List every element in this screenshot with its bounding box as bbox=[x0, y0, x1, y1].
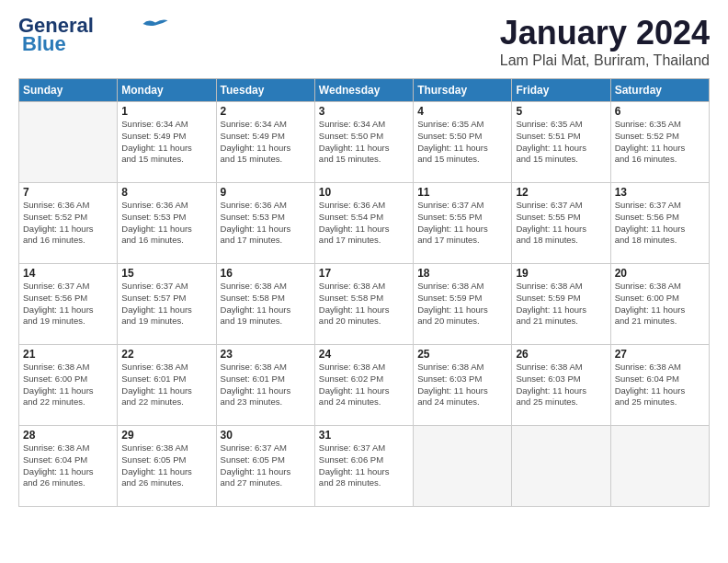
calendar-week-row: 21Sunrise: 6:38 AM Sunset: 6:00 PM Dayli… bbox=[19, 345, 710, 426]
logo-bird-icon bbox=[142, 16, 169, 32]
day-info: Sunrise: 6:38 AM Sunset: 6:05 PM Dayligh… bbox=[121, 442, 211, 489]
table-row bbox=[19, 102, 118, 183]
col-friday: Friday bbox=[512, 79, 610, 102]
table-row: 8Sunrise: 6:36 AM Sunset: 5:53 PM Daylig… bbox=[118, 183, 216, 264]
day-info: Sunrise: 6:38 AM Sunset: 6:02 PM Dayligh… bbox=[319, 362, 409, 408]
table-row: 12Sunrise: 6:37 AM Sunset: 5:55 PM Dayli… bbox=[512, 183, 610, 264]
day-info: Sunrise: 6:38 AM Sunset: 6:01 PM Dayligh… bbox=[121, 362, 211, 408]
table-row bbox=[512, 426, 610, 507]
day-number: 23 bbox=[221, 348, 311, 361]
day-number: 4 bbox=[417, 105, 507, 118]
day-number: 22 bbox=[121, 348, 211, 361]
col-monday: Monday bbox=[118, 79, 216, 102]
table-row: 27Sunrise: 6:38 AM Sunset: 6:04 PM Dayli… bbox=[610, 345, 709, 426]
day-info: Sunrise: 6:37 AM Sunset: 5:55 PM Dayligh… bbox=[417, 200, 507, 247]
day-info: Sunrise: 6:37 AM Sunset: 6:06 PM Dayligh… bbox=[319, 442, 409, 489]
day-number: 17 bbox=[319, 267, 409, 280]
table-row bbox=[414, 426, 512, 507]
logo: General Blue bbox=[18, 14, 169, 56]
day-info: Sunrise: 6:37 AM Sunset: 6:05 PM Dayligh… bbox=[221, 442, 311, 489]
calendar: Sunday Monday Tuesday Wednesday Thursday… bbox=[18, 78, 710, 507]
table-row: 3Sunrise: 6:34 AM Sunset: 5:50 PM Daylig… bbox=[314, 102, 413, 183]
day-info: Sunrise: 6:34 AM Sunset: 5:49 PM Dayligh… bbox=[121, 119, 211, 166]
calendar-week-row: 28Sunrise: 6:38 AM Sunset: 6:04 PM Dayli… bbox=[19, 426, 710, 507]
table-row: 10Sunrise: 6:36 AM Sunset: 5:54 PM Dayli… bbox=[314, 183, 413, 264]
table-row: 16Sunrise: 6:38 AM Sunset: 5:58 PM Dayli… bbox=[216, 264, 314, 345]
day-number: 11 bbox=[417, 186, 507, 199]
col-thursday: Thursday bbox=[414, 79, 512, 102]
day-info: Sunrise: 6:38 AM Sunset: 5:58 PM Dayligh… bbox=[221, 281, 311, 327]
table-row: 21Sunrise: 6:38 AM Sunset: 6:00 PM Dayli… bbox=[19, 345, 118, 426]
table-row: 19Sunrise: 6:38 AM Sunset: 5:59 PM Dayli… bbox=[512, 264, 610, 345]
table-row: 5Sunrise: 6:35 AM Sunset: 5:51 PM Daylig… bbox=[512, 102, 610, 183]
day-number: 18 bbox=[417, 267, 507, 280]
header: General Blue January 2024 Lam Plai Mat, … bbox=[18, 14, 710, 69]
day-info: Sunrise: 6:34 AM Sunset: 5:49 PM Dayligh… bbox=[221, 119, 311, 166]
day-number: 28 bbox=[23, 429, 113, 442]
day-number: 16 bbox=[221, 267, 311, 280]
day-number: 30 bbox=[221, 429, 311, 442]
day-info: Sunrise: 6:38 AM Sunset: 6:00 PM Dayligh… bbox=[615, 281, 705, 327]
day-number: 27 bbox=[615, 348, 705, 361]
day-info: Sunrise: 6:36 AM Sunset: 5:53 PM Dayligh… bbox=[121, 200, 211, 247]
day-number: 12 bbox=[516, 186, 606, 199]
day-info: Sunrise: 6:35 AM Sunset: 5:50 PM Dayligh… bbox=[417, 119, 507, 166]
day-info: Sunrise: 6:36 AM Sunset: 5:54 PM Dayligh… bbox=[319, 200, 409, 247]
day-number: 1 bbox=[121, 105, 211, 118]
day-number: 24 bbox=[319, 348, 409, 361]
day-info: Sunrise: 6:38 AM Sunset: 6:01 PM Dayligh… bbox=[221, 362, 311, 408]
table-row: 14Sunrise: 6:37 AM Sunset: 5:56 PM Dayli… bbox=[19, 264, 118, 345]
table-row: 22Sunrise: 6:38 AM Sunset: 6:01 PM Dayli… bbox=[118, 345, 216, 426]
table-row: 31Sunrise: 6:37 AM Sunset: 6:06 PM Dayli… bbox=[314, 426, 413, 507]
table-row: 26Sunrise: 6:38 AM Sunset: 6:03 PM Dayli… bbox=[512, 345, 610, 426]
day-number: 10 bbox=[319, 186, 409, 199]
day-info: Sunrise: 6:38 AM Sunset: 6:00 PM Dayligh… bbox=[23, 362, 113, 408]
day-info: Sunrise: 6:38 AM Sunset: 6:03 PM Dayligh… bbox=[417, 362, 507, 408]
table-row: 15Sunrise: 6:37 AM Sunset: 5:57 PM Dayli… bbox=[118, 264, 216, 345]
table-row: 4Sunrise: 6:35 AM Sunset: 5:50 PM Daylig… bbox=[414, 102, 512, 183]
table-row: 20Sunrise: 6:38 AM Sunset: 6:00 PM Dayli… bbox=[610, 264, 709, 345]
day-number: 26 bbox=[516, 348, 606, 361]
calendar-week-row: 1Sunrise: 6:34 AM Sunset: 5:49 PM Daylig… bbox=[19, 102, 710, 183]
day-info: Sunrise: 6:36 AM Sunset: 5:53 PM Dayligh… bbox=[221, 200, 311, 247]
day-number: 21 bbox=[23, 348, 113, 361]
table-row: 23Sunrise: 6:38 AM Sunset: 6:01 PM Dayli… bbox=[216, 345, 314, 426]
day-number: 31 bbox=[319, 429, 409, 442]
table-row: 13Sunrise: 6:37 AM Sunset: 5:56 PM Dayli… bbox=[610, 183, 709, 264]
table-row: 9Sunrise: 6:36 AM Sunset: 5:53 PM Daylig… bbox=[216, 183, 314, 264]
day-number: 20 bbox=[615, 267, 705, 280]
table-row: 11Sunrise: 6:37 AM Sunset: 5:55 PM Dayli… bbox=[414, 183, 512, 264]
col-sunday: Sunday bbox=[19, 79, 118, 102]
day-info: Sunrise: 6:38 AM Sunset: 5:59 PM Dayligh… bbox=[516, 281, 606, 327]
calendar-week-row: 7Sunrise: 6:36 AM Sunset: 5:52 PM Daylig… bbox=[19, 183, 710, 264]
day-info: Sunrise: 6:37 AM Sunset: 5:56 PM Dayligh… bbox=[23, 281, 113, 327]
table-row: 29Sunrise: 6:38 AM Sunset: 6:05 PM Dayli… bbox=[118, 426, 216, 507]
table-row: 28Sunrise: 6:38 AM Sunset: 6:04 PM Dayli… bbox=[19, 426, 118, 507]
day-info: Sunrise: 6:37 AM Sunset: 5:55 PM Dayligh… bbox=[516, 200, 606, 247]
table-row: 2Sunrise: 6:34 AM Sunset: 5:49 PM Daylig… bbox=[216, 102, 314, 183]
day-info: Sunrise: 6:38 AM Sunset: 5:59 PM Dayligh… bbox=[417, 281, 507, 327]
table-row: 6Sunrise: 6:35 AM Sunset: 5:52 PM Daylig… bbox=[610, 102, 709, 183]
day-number: 3 bbox=[319, 105, 409, 118]
day-number: 14 bbox=[23, 267, 113, 280]
day-info: Sunrise: 6:38 AM Sunset: 6:03 PM Dayligh… bbox=[516, 362, 606, 408]
col-saturday: Saturday bbox=[610, 79, 709, 102]
table-row: 17Sunrise: 6:38 AM Sunset: 5:58 PM Dayli… bbox=[314, 264, 413, 345]
day-number: 5 bbox=[516, 105, 606, 118]
day-info: Sunrise: 6:38 AM Sunset: 5:58 PM Dayligh… bbox=[319, 281, 409, 327]
day-info: Sunrise: 6:34 AM Sunset: 5:50 PM Dayligh… bbox=[319, 119, 409, 166]
table-row: 7Sunrise: 6:36 AM Sunset: 5:52 PM Daylig… bbox=[19, 183, 118, 264]
day-number: 8 bbox=[121, 186, 211, 199]
day-info: Sunrise: 6:38 AM Sunset: 6:04 PM Dayligh… bbox=[23, 442, 113, 489]
day-number: 2 bbox=[221, 105, 311, 118]
day-info: Sunrise: 6:36 AM Sunset: 5:52 PM Dayligh… bbox=[23, 200, 113, 247]
table-row: 1Sunrise: 6:34 AM Sunset: 5:49 PM Daylig… bbox=[118, 102, 216, 183]
day-number: 13 bbox=[615, 186, 705, 199]
day-info: Sunrise: 6:35 AM Sunset: 5:52 PM Dayligh… bbox=[615, 119, 705, 166]
day-number: 15 bbox=[121, 267, 211, 280]
col-tuesday: Tuesday bbox=[216, 79, 314, 102]
calendar-week-row: 14Sunrise: 6:37 AM Sunset: 5:56 PM Dayli… bbox=[19, 264, 710, 345]
day-number: 6 bbox=[615, 105, 705, 118]
day-info: Sunrise: 6:35 AM Sunset: 5:51 PM Dayligh… bbox=[516, 119, 606, 166]
day-info: Sunrise: 6:37 AM Sunset: 5:56 PM Dayligh… bbox=[615, 200, 705, 247]
